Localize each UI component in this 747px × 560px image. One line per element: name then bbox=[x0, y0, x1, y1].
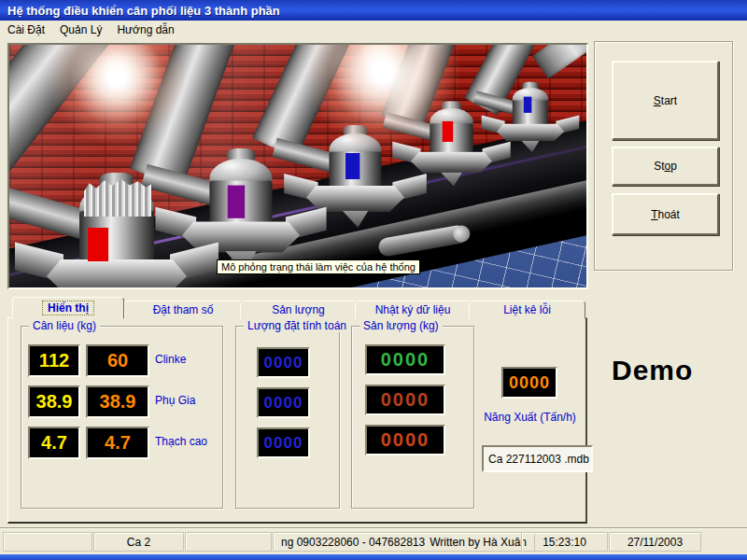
tab-nhat-ky-du-lieu[interactable]: Nhật ký dữ liệu bbox=[355, 301, 471, 319]
simulation-image-panel: Mô phỏng trạng thái làm việc của hệ thốn… bbox=[7, 43, 588, 289]
status-panel-shift: Ca 2 bbox=[93, 532, 184, 552]
demo-label: Demo bbox=[612, 355, 693, 386]
capacity-display: 0000 bbox=[501, 367, 557, 399]
window-titlebar: Hệ thống điều khiển cân phối liệu 3 thàn… bbox=[0, 0, 747, 21]
hopper-funnel bbox=[521, 141, 539, 152]
setpoint-display-2: 0000 bbox=[257, 387, 310, 418]
output-display-1: 0000 bbox=[365, 344, 445, 375]
exit-button[interactable]: Thoát bbox=[612, 193, 719, 235]
status-panel-date: 27/11/2003 bbox=[609, 532, 701, 552]
level-indicator bbox=[524, 97, 532, 113]
status-author: Written by Hà Xuân bbox=[430, 536, 527, 549]
tab-san-luong[interactable]: Sản lượng bbox=[240, 301, 357, 319]
setpoint-display-3: 0000 bbox=[257, 427, 310, 458]
weigh-display-thach-cao-left: 4.7 bbox=[28, 427, 80, 459]
material-label-thach-cao: Thạch cao bbox=[155, 435, 207, 448]
window-title: Hệ thống điều khiển cân phối liệu 3 thàn… bbox=[0, 4, 280, 18]
output-display-3: 0000 bbox=[365, 425, 445, 455]
hopper-base bbox=[497, 123, 564, 141]
status-panel-contact: ng 0903228060 - 047682813 Written by Hà … bbox=[273, 532, 535, 552]
capacity-label: Năng Xuất (Tấn/h) bbox=[462, 411, 598, 424]
output-display-2: 0000 bbox=[365, 385, 445, 415]
group-title: Lượng đặt tính toán bbox=[244, 319, 350, 332]
simulation-scene: Mô phỏng trạng thái làm việc của hệ thốn… bbox=[9, 45, 586, 287]
menu-item-quan-ly[interactable]: Quản Lý bbox=[52, 21, 109, 38]
status-panel-time: 15:23:10 bbox=[521, 532, 608, 552]
weigh-display-clinke-left: 112 bbox=[28, 344, 80, 377]
menu-item-huong-dan[interactable]: Hướng dẫn bbox=[109, 21, 181, 38]
weigh-display-clinke-right: 60 bbox=[86, 344, 149, 377]
level-indicator bbox=[345, 153, 359, 179]
material-label-phu-gia: Phụ Gia bbox=[155, 394, 195, 407]
group-title: Sản lượng (kg) bbox=[359, 319, 443, 332]
start-button[interactable]: Start bbox=[612, 61, 719, 140]
level-indicator bbox=[443, 121, 454, 142]
menu-item-cai-dat[interactable]: Cài Đặt bbox=[0, 21, 52, 38]
level-indicator bbox=[88, 228, 108, 261]
weigh-display-phu-gia-left: 38.9 bbox=[28, 385, 80, 418]
menu-bar: Cài Đặt Quản Lý Hướng dẫn bbox=[0, 21, 747, 39]
hopper-1 bbox=[47, 185, 187, 287]
stop-button[interactable]: Stop bbox=[612, 147, 719, 186]
hopper-funnel bbox=[343, 211, 369, 228]
weigh-display-thach-cao-right: 4.7 bbox=[86, 427, 149, 459]
hopper-base bbox=[411, 151, 492, 173]
hopper-funnel bbox=[441, 172, 462, 186]
window-bottom-edge bbox=[0, 554, 747, 560]
weigh-display-phu-gia-right: 38.9 bbox=[86, 385, 149, 418]
database-file-field[interactable]: Ca 227112003 .mdb bbox=[482, 445, 593, 472]
material-label-clinke: Clinke bbox=[155, 353, 186, 366]
group-title: Cân liệu (kg) bbox=[29, 319, 100, 332]
status-panel-empty-1 bbox=[3, 532, 92, 552]
level-indicator bbox=[228, 186, 245, 218]
setpoint-display-1: 0000 bbox=[257, 347, 310, 378]
tab-hien-thi[interactable]: Hiển thị bbox=[12, 297, 124, 319]
tab-dat-tham-so[interactable]: Đặt tham số bbox=[124, 301, 242, 319]
application-window: Hệ thống điều khiển cân phối liệu 3 thàn… bbox=[0, 0, 747, 560]
tab-liet-ke-loi[interactable]: Liệt kê lỗi bbox=[469, 301, 585, 319]
hopper-base bbox=[47, 259, 187, 287]
status-panel-empty-2 bbox=[185, 532, 272, 552]
scene-caption: Mô phỏng trạng thái làm việc của hệ thốn… bbox=[217, 259, 420, 274]
status-bar: Ca 2 ng 0903228060 - 047682813 Written b… bbox=[0, 528, 747, 555]
status-phone: ng 0903228060 - 047682813 bbox=[281, 536, 425, 549]
